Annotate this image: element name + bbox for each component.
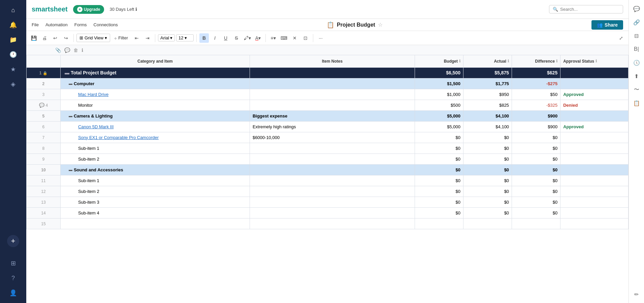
notes-cell: [250, 143, 415, 154]
approval-cell: [560, 186, 629, 197]
sidebar-star-icon[interactable]: ★: [6, 63, 20, 76]
info-icon[interactable]: ℹ: [81, 47, 84, 54]
category-item-cell[interactable]: Mac Hard Drive: [60, 89, 250, 100]
sidebar-grid-icon[interactable]: ⊞: [6, 257, 20, 270]
sidebar-circle-question-icon[interactable]: ?: [6, 271, 20, 285]
right-panel-comment-icon[interactable]: 💬: [631, 3, 643, 15]
highlight-button[interactable]: 🖍▾: [243, 33, 252, 43]
align-button[interactable]: ≡▾: [268, 33, 278, 43]
difference-cell: $0: [512, 175, 560, 186]
right-panel-activity-icon[interactable]: 〜: [631, 83, 643, 96]
sheet-star-icon[interactable]: ☆: [378, 22, 383, 28]
item-link[interactable]: Mac Hard Drive: [63, 92, 108, 97]
item-link[interactable]: Sony EX1 or Comparable Pro Camcorder: [63, 135, 159, 140]
col-header-budget: Budget ℹ: [415, 55, 463, 67]
actual-cell: $950: [463, 89, 512, 100]
budget-cell: $0: [415, 132, 463, 143]
attachment-icon[interactable]: 📎: [55, 47, 62, 54]
sidebar-home-icon[interactable]: ⌂: [6, 3, 20, 17]
indent-decrease-button[interactable]: ⇤: [132, 33, 141, 43]
sidebar-bell-icon[interactable]: 🔔: [6, 18, 20, 32]
filter-icon: ⬦: [114, 35, 117, 40]
clear-format-button[interactable]: ✕: [290, 33, 299, 43]
budget-info-icon: ℹ: [459, 59, 460, 63]
difference-cell: $0: [512, 154, 560, 164]
right-panel: 💬 🔗 ⊟ B| 🕔 ⬆ 〜 📋 ✏: [629, 0, 644, 303]
font-chevron: ▾: [170, 35, 172, 40]
sidebar-clock-icon[interactable]: 🕐: [6, 48, 20, 61]
print-button[interactable]: 🖨: [40, 33, 49, 43]
sidebar-plus-icon[interactable]: +: [7, 235, 19, 247]
category-item-cell[interactable]: Sony EX1 or Comparable Pro Camcorder: [60, 132, 250, 143]
right-panel-pencil-icon[interactable]: ✏: [631, 288, 643, 300]
budget-cell: $0: [415, 197, 463, 207]
actual-cell: $1,775: [463, 78, 512, 89]
sidebar-person-icon[interactable]: 👤: [6, 286, 20, 300]
share-button[interactable]: 👥 Share: [591, 20, 623, 30]
row-number-cell: 12: [27, 186, 61, 197]
wrap-button[interactable]: ⌨: [279, 33, 289, 43]
more-options-button[interactable]: ···: [316, 33, 325, 43]
category-item-cell[interactable]: Canon 5D Mark III: [60, 121, 250, 132]
row-number-cell: 14: [27, 207, 61, 218]
notes-cell: [250, 89, 415, 100]
search-bar[interactable]: 🔍: [549, 5, 623, 13]
delete-row-icon[interactable]: 🗑: [73, 47, 79, 54]
difference-cell: -$325: [512, 100, 560, 110]
right-panel-layers-icon[interactable]: ⊟: [631, 30, 643, 42]
days-left-text: 30 Days Left ℹ: [109, 7, 137, 12]
filter-button[interactable]: ⬦ Filter: [111, 34, 131, 42]
right-panel-upload-icon[interactable]: ⬆: [631, 70, 643, 82]
menu-forms[interactable]: Forms: [74, 21, 87, 29]
approval-cell: [560, 67, 629, 78]
table-format-button[interactable]: ⊡: [301, 33, 310, 43]
right-panel-report-icon[interactable]: 📋: [631, 97, 643, 109]
text-color-button[interactable]: A▾: [253, 33, 263, 43]
item-link[interactable]: Canon 5D Mark III: [63, 124, 114, 129]
menu-file[interactable]: File: [32, 21, 39, 29]
header-row: Category and Item Item Notes Budget ℹ: [27, 55, 629, 67]
menu-connections[interactable]: Connections: [94, 21, 118, 29]
right-panel-history-icon[interactable]: 🕔: [631, 57, 643, 69]
actual-cell: $0: [463, 175, 512, 186]
notes-cell: [250, 78, 415, 89]
redo-button[interactable]: ↪: [61, 33, 71, 43]
actual-cell: $825: [463, 100, 512, 110]
difference-cell: $0: [512, 164, 560, 175]
denied-badge: Denied: [563, 103, 578, 108]
item-label: Sub-item 3: [63, 200, 99, 205]
indent-increase-button[interactable]: ⇥: [143, 33, 152, 43]
notes-cell: [250, 175, 415, 186]
undo-button[interactable]: ↩: [51, 33, 60, 43]
strikethrough-button[interactable]: S: [232, 33, 241, 43]
approval-cell: [560, 175, 629, 186]
grid-view-button[interactable]: ⊞ Grid View ▾: [76, 34, 110, 42]
font-selector[interactable]: Arial ▾: [158, 34, 175, 41]
actual-info-icon: ℹ: [508, 59, 509, 63]
expand-button[interactable]: ⤢: [616, 33, 626, 43]
table-row: 8Sub-item 1$0$0$0: [27, 143, 629, 154]
category-item-cell: Sub-item 3: [60, 197, 250, 207]
menu-automation[interactable]: Automation: [45, 21, 68, 29]
approval-info-icon: ℹ: [595, 59, 597, 63]
sidebar-diamond-icon[interactable]: ◈: [6, 77, 20, 91]
underline-button[interactable]: U: [221, 33, 230, 43]
save-button[interactable]: 💾: [29, 33, 38, 43]
right-panel-link-icon[interactable]: 🔗: [631, 16, 643, 28]
comment-icon[interactable]: 💬: [64, 47, 71, 54]
font-size-selector[interactable]: 12 ▾: [176, 34, 194, 41]
total-row-label: ▬ Total Project Budget: [63, 70, 117, 75]
sidebar-folder-icon[interactable]: 📁: [6, 33, 20, 46]
bold-button[interactable]: B: [199, 33, 209, 43]
row-number-cell: 6: [27, 121, 61, 132]
budget-cell: $5,000: [415, 110, 463, 121]
upgrade-button[interactable]: + Upgrade: [73, 5, 104, 14]
italic-button[interactable]: I: [210, 33, 220, 43]
search-input[interactable]: [560, 7, 619, 12]
budget-cell: $0: [415, 164, 463, 175]
logo: smartsheet: [32, 5, 68, 13]
approval-cell: [560, 164, 629, 175]
right-panel-format-icon[interactable]: B|: [631, 43, 643, 55]
divider4: [265, 34, 266, 42]
table-row: 15: [27, 218, 629, 229]
